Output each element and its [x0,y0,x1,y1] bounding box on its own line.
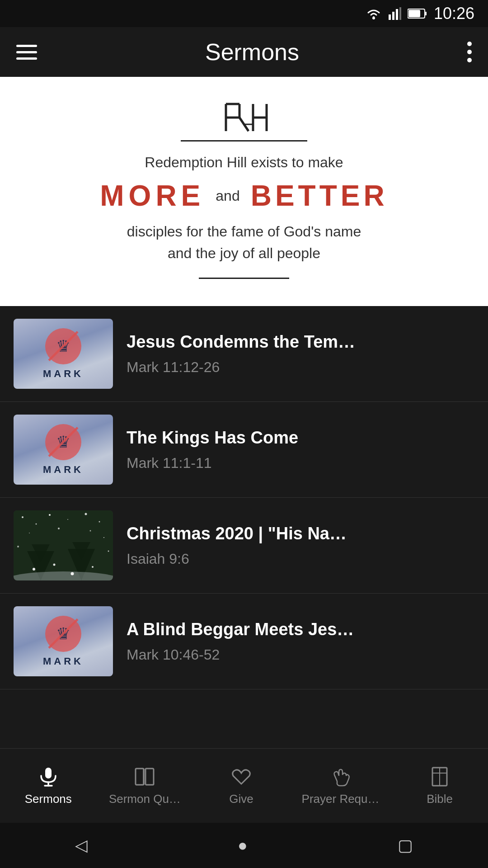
sermon-list: MARK Jesus Condemns the Tem… Mark 11:12-… [0,306,488,689]
crown-circle [45,328,81,364]
svg-point-22 [85,513,87,515]
status-time: 10:26 [434,4,474,23]
page-title: Sermons [205,38,299,66]
christmas-bg [14,510,113,580]
sermon-info: A Blind Beggar Meets Jes… Mark 10:46-52 [127,619,474,663]
svg-point-20 [49,514,51,516]
sermon-reference: Mark 10:46-52 [127,646,474,663]
sermon-thumbnail: MARK [14,606,113,676]
banner-and-word: and [216,188,239,204]
svg-rect-3 [396,9,398,20]
banner-text-2: disciples for the fame of God's nameand … [127,221,361,264]
svg-point-27 [103,537,104,538]
banner-more-word: MORE [100,179,205,212]
nav-item-sermon-quotes[interactable]: Sermon Qu… [108,766,181,806]
svg-point-38 [92,566,94,568]
nav-label-bible: Bible [427,792,453,806]
svg-rect-42 [136,769,144,785]
nav-label-sermon-quotes: Sermon Qu… [109,792,181,806]
nav-item-sermons[interactable]: Sermons [12,766,84,806]
sermon-title: Christmas 2020 | "His Na… [127,524,474,544]
svg-point-29 [108,551,109,552]
top-bar: Sermons [0,27,488,77]
sermon-item[interactable]: MARK Jesus Condemns the Tem… Mark 11:12-… [0,306,488,402]
sermon-item[interactable]: MARK The Kings Has Come Mark 11:1-11 [0,402,488,498]
svg-point-0 [372,17,375,19]
system-navigation-bar: ◁ ● ▢ [0,823,488,868]
svg-rect-43 [145,769,154,785]
sermon-info: Jesus Condemns the Tem… Mark 11:12-26 [127,332,474,376]
sermon-info: Christmas 2020 | "His Na… Isaiah 9:6 [127,524,474,567]
more-options-button[interactable] [467,42,472,62]
svg-point-18 [22,516,23,518]
svg-point-24 [29,533,30,533]
nav-item-give[interactable]: Give [205,766,277,806]
svg-rect-7 [408,10,420,17]
svg-rect-6 [425,12,427,15]
banner-text-1: Redemption Hill exists to make [145,154,343,171]
banner-divider-bottom [199,278,289,279]
signal-icon [389,7,401,20]
logo-icon [217,99,271,136]
banner-better-word: BETTER [251,179,388,212]
battery-icon [408,8,427,19]
sermon-title: The Kings Has Come [127,428,474,448]
church-logo [217,99,271,136]
wifi-icon [365,7,382,20]
banner-more-better: MORE and BETTER [100,179,388,212]
svg-rect-39 [45,768,52,778]
sermon-reference: Mark 11:12-26 [127,359,474,376]
sermon-thumbnail: MARK [14,415,113,485]
book-open-icon [134,766,155,788]
svg-point-28 [17,546,19,547]
svg-rect-17 [14,510,113,580]
status-bar: 10:26 [0,0,488,27]
nav-label-give: Give [229,792,253,806]
sermon-title: A Blind Beggar Meets Jes… [127,619,474,640]
sermon-reference: Isaiah 9:6 [127,551,474,567]
svg-rect-2 [392,12,394,20]
mark-label: MARK [43,656,84,667]
svg-point-35 [33,568,35,571]
sermon-info: The Kings Has Come Mark 11:1-11 [127,428,474,472]
sermon-item[interactable]: Christmas 2020 | "His Na… Isaiah 9:6 [0,498,488,594]
nav-item-bible[interactable]: Bible [404,766,476,806]
hand-icon [330,766,352,788]
sermon-title: Jesus Condemns the Tem… [127,332,474,353]
bible-icon [429,766,450,788]
bottom-navigation: Sermons Sermon Qu… Give Prayer Requ… Bib… [0,748,488,823]
svg-rect-4 [399,7,401,20]
back-button[interactable]: ◁ [75,836,88,855]
mark-label: MARK [43,464,84,476]
sermon-thumbnail [14,510,113,580]
status-icons: 10:26 [365,4,474,23]
svg-point-19 [36,524,37,525]
sermon-thumbnail: MARK [14,319,113,389]
mic-icon [38,766,59,788]
svg-point-23 [99,521,100,523]
svg-point-26 [90,530,91,532]
svg-rect-1 [389,14,391,20]
crown-circle [45,616,81,652]
svg-point-25 [58,528,60,529]
nav-label-prayer: Prayer Requ… [302,792,380,806]
nav-label-sermons: Sermons [25,792,72,806]
home-button[interactable]: ● [238,836,248,855]
hamburger-menu-button[interactable] [16,45,37,60]
banner-section: Redemption Hill exists to make MORE and … [0,77,488,306]
svg-point-21 [67,519,68,520]
recents-button[interactable]: ▢ [398,836,413,855]
svg-point-37 [71,572,74,576]
mark-label: MARK [43,368,84,380]
svg-point-36 [53,564,56,566]
sermon-item[interactable]: MARK A Blind Beggar Meets Jes… Mark 10:4… [0,594,488,689]
sermon-reference: Mark 11:1-11 [127,455,474,472]
banner-divider-top [181,140,307,142]
nav-item-prayer[interactable]: Prayer Requ… [302,766,380,806]
heart-icon [230,766,252,788]
crown-circle [45,424,81,460]
